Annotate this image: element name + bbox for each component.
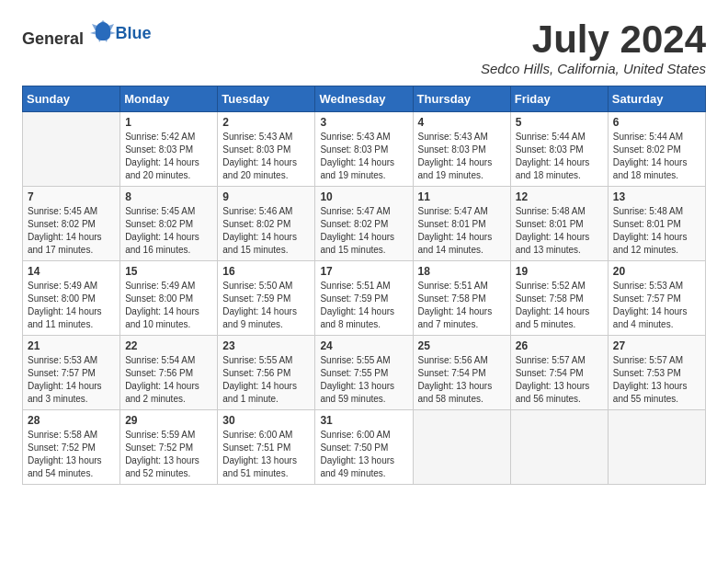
day-number: 27 (613, 339, 700, 352)
day-number: 26 (516, 339, 603, 352)
calendar-cell: 3Sunrise: 5:43 AM Sunset: 8:03 PM Daylig… (315, 112, 413, 187)
day-number: 8 (125, 190, 212, 203)
day-number: 3 (320, 116, 407, 129)
day-info: Sunrise: 5:49 AM Sunset: 8:00 PM Dayligh… (28, 280, 115, 331)
calendar-cell: 7Sunrise: 5:45 AM Sunset: 8:02 PM Daylig… (23, 187, 120, 261)
day-info: Sunrise: 5:44 AM Sunset: 8:02 PM Dayligh… (613, 131, 700, 182)
header-monday: Monday (120, 86, 218, 112)
calendar-cell: 16Sunrise: 5:50 AM Sunset: 7:59 PM Dayli… (218, 261, 315, 336)
calendar-cell: 14Sunrise: 5:49 AM Sunset: 8:00 PM Dayli… (23, 261, 120, 336)
day-info: Sunrise: 5:59 AM Sunset: 7:52 PM Dayligh… (125, 429, 212, 480)
day-info: Sunrise: 5:48 AM Sunset: 8:01 PM Dayligh… (516, 205, 603, 257)
day-number: 28 (28, 414, 115, 427)
calendar-week-row: 21Sunrise: 5:53 AM Sunset: 7:57 PM Dayli… (23, 336, 706, 410)
page-header: General Blue July 2024 Sedco Hills, Cali… (22, 18, 706, 76)
day-info: Sunrise: 5:45 AM Sunset: 8:02 PM Dayligh… (125, 205, 212, 257)
location-subtitle: Sedco Hills, California, United States (481, 61, 706, 76)
calendar-cell: 6Sunrise: 5:44 AM Sunset: 8:02 PM Daylig… (608, 112, 705, 187)
calendar-cell: 8Sunrise: 5:45 AM Sunset: 8:02 PM Daylig… (120, 187, 218, 261)
calendar-week-row: 1Sunrise: 5:42 AM Sunset: 8:03 PM Daylig… (23, 112, 706, 187)
day-info: Sunrise: 5:43 AM Sunset: 8:03 PM Dayligh… (222, 131, 310, 182)
month-title: July 2024 (481, 18, 706, 61)
calendar-header-row: SundayMondayTuesdayWednesdayThursdayFrid… (23, 86, 706, 112)
calendar-table: SundayMondayTuesdayWednesdayThursdayFrid… (22, 86, 706, 485)
day-info: Sunrise: 5:56 AM Sunset: 7:54 PM Dayligh… (418, 354, 506, 406)
day-number: 1 (125, 116, 212, 129)
day-info: Sunrise: 5:43 AM Sunset: 8:03 PM Dayligh… (418, 131, 506, 182)
calendar-cell: 27Sunrise: 5:57 AM Sunset: 7:53 PM Dayli… (608, 336, 705, 410)
calendar-cell (510, 410, 608, 485)
calendar-cell: 24Sunrise: 5:55 AM Sunset: 7:55 PM Dayli… (315, 336, 413, 410)
calendar-cell: 13Sunrise: 5:48 AM Sunset: 8:01 PM Dayli… (608, 187, 705, 261)
day-number: 11 (418, 190, 506, 203)
calendar-cell: 18Sunrise: 5:51 AM Sunset: 7:58 PM Dayli… (413, 261, 510, 336)
day-number: 25 (418, 339, 506, 352)
day-number: 23 (222, 339, 310, 352)
day-number: 15 (125, 265, 212, 278)
calendar-cell: 9Sunrise: 5:46 AM Sunset: 8:02 PM Daylig… (218, 187, 315, 261)
logo-icon (90, 18, 116, 44)
header-wednesday: Wednesday (315, 86, 413, 112)
day-info: Sunrise: 5:44 AM Sunset: 8:03 PM Dayligh… (516, 131, 603, 182)
calendar-cell: 30Sunrise: 6:00 AM Sunset: 7:51 PM Dayli… (218, 410, 315, 485)
day-number: 31 (320, 414, 407, 427)
day-number: 17 (320, 265, 407, 278)
day-number: 9 (222, 190, 310, 203)
day-info: Sunrise: 5:50 AM Sunset: 7:59 PM Dayligh… (222, 280, 310, 331)
day-info: Sunrise: 6:00 AM Sunset: 7:50 PM Dayligh… (320, 429, 407, 480)
day-number: 20 (613, 265, 700, 278)
day-info: Sunrise: 5:57 AM Sunset: 7:54 PM Dayligh… (516, 354, 603, 406)
calendar-cell (413, 410, 510, 485)
header-friday: Friday (510, 86, 608, 112)
calendar-cell: 4Sunrise: 5:43 AM Sunset: 8:03 PM Daylig… (413, 112, 510, 187)
day-info: Sunrise: 5:43 AM Sunset: 8:03 PM Dayligh… (320, 131, 407, 182)
calendar-week-row: 7Sunrise: 5:45 AM Sunset: 8:02 PM Daylig… (23, 187, 706, 261)
calendar-cell: 12Sunrise: 5:48 AM Sunset: 8:01 PM Dayli… (510, 187, 608, 261)
calendar-cell: 26Sunrise: 5:57 AM Sunset: 7:54 PM Dayli… (510, 336, 608, 410)
day-info: Sunrise: 5:46 AM Sunset: 8:02 PM Dayligh… (222, 205, 310, 257)
calendar-week-row: 28Sunrise: 5:58 AM Sunset: 7:52 PM Dayli… (23, 410, 706, 485)
calendar-cell: 22Sunrise: 5:54 AM Sunset: 7:56 PM Dayli… (120, 336, 218, 410)
day-number: 30 (222, 414, 310, 427)
calendar-cell (608, 410, 705, 485)
calendar-cell: 29Sunrise: 5:59 AM Sunset: 7:52 PM Dayli… (120, 410, 218, 485)
day-number: 21 (28, 339, 115, 352)
calendar-week-row: 14Sunrise: 5:49 AM Sunset: 8:00 PM Dayli… (23, 261, 706, 336)
day-info: Sunrise: 5:52 AM Sunset: 7:58 PM Dayligh… (516, 280, 603, 331)
title-block: July 2024 Sedco Hills, California, Unite… (481, 18, 706, 76)
calendar-cell: 1Sunrise: 5:42 AM Sunset: 8:03 PM Daylig… (120, 112, 218, 187)
day-number: 18 (418, 265, 506, 278)
calendar-cell (23, 112, 120, 187)
calendar-cell: 20Sunrise: 5:53 AM Sunset: 7:57 PM Dayli… (608, 261, 705, 336)
header-thursday: Thursday (413, 86, 510, 112)
day-number: 22 (125, 339, 212, 352)
day-number: 6 (613, 116, 700, 129)
day-number: 5 (516, 116, 603, 129)
day-number: 10 (320, 190, 407, 203)
day-number: 29 (125, 414, 212, 427)
day-number: 16 (222, 265, 310, 278)
day-number: 13 (613, 190, 700, 203)
day-info: Sunrise: 6:00 AM Sunset: 7:51 PM Dayligh… (222, 429, 310, 480)
calendar-cell: 2Sunrise: 5:43 AM Sunset: 8:03 PM Daylig… (218, 112, 315, 187)
logo-general: General (22, 29, 84, 48)
calendar-cell: 10Sunrise: 5:47 AM Sunset: 8:02 PM Dayli… (315, 187, 413, 261)
day-info: Sunrise: 5:42 AM Sunset: 8:03 PM Dayligh… (125, 131, 212, 182)
calendar-cell: 19Sunrise: 5:52 AM Sunset: 7:58 PM Dayli… (510, 261, 608, 336)
day-info: Sunrise: 5:57 AM Sunset: 7:53 PM Dayligh… (613, 354, 700, 406)
day-info: Sunrise: 5:53 AM Sunset: 7:57 PM Dayligh… (613, 280, 700, 331)
header-tuesday: Tuesday (218, 86, 315, 112)
day-number: 7 (28, 190, 115, 203)
day-info: Sunrise: 5:47 AM Sunset: 8:01 PM Dayligh… (418, 205, 506, 257)
day-number: 24 (320, 339, 407, 352)
day-info: Sunrise: 5:51 AM Sunset: 7:59 PM Dayligh… (320, 280, 407, 331)
day-number: 4 (418, 116, 506, 129)
day-info: Sunrise: 5:51 AM Sunset: 7:58 PM Dayligh… (418, 280, 506, 331)
day-info: Sunrise: 5:54 AM Sunset: 7:56 PM Dayligh… (125, 354, 212, 406)
day-info: Sunrise: 5:55 AM Sunset: 7:56 PM Dayligh… (222, 354, 310, 406)
day-info: Sunrise: 5:53 AM Sunset: 7:57 PM Dayligh… (28, 354, 115, 406)
calendar-cell: 31Sunrise: 6:00 AM Sunset: 7:50 PM Dayli… (315, 410, 413, 485)
day-info: Sunrise: 5:45 AM Sunset: 8:02 PM Dayligh… (28, 205, 115, 257)
header-sunday: Sunday (23, 86, 120, 112)
calendar-cell: 11Sunrise: 5:47 AM Sunset: 8:01 PM Dayli… (413, 187, 510, 261)
